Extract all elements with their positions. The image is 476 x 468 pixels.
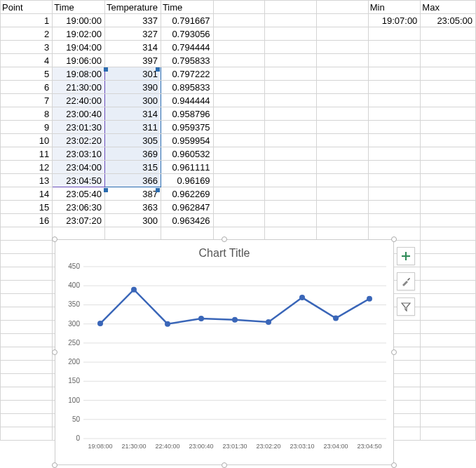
cell-empty[interactable] [368, 67, 421, 81]
cell-time2[interactable]: 0.961111 [161, 161, 213, 174]
cell-empty[interactable] [265, 187, 317, 201]
cell-empty[interactable] [265, 161, 317, 174]
cell-empty[interactable] [1, 414, 53, 427]
cell-empty[interactable] [213, 94, 265, 107]
chart-resize-handle[interactable] [391, 349, 397, 355]
cell-empty[interactable] [1, 254, 53, 267]
cell-time2[interactable]: 0.959375 [161, 121, 213, 134]
cell-empty[interactable] [317, 67, 369, 81]
cell-empty[interactable] [317, 161, 369, 174]
cell-empty[interactable] [1, 334, 53, 347]
cell-empty[interactable] [265, 201, 317, 214]
cell-empty[interactable] [265, 27, 317, 41]
cell-empty[interactable] [421, 214, 476, 227]
cell-time2[interactable]: 0.963426 [161, 214, 213, 227]
cell-temperature[interactable]: 315 [104, 161, 161, 174]
cell-empty[interactable] [1, 294, 53, 307]
cell-empty[interactable] [213, 147, 265, 161]
cell-temperature[interactable]: 327 [104, 27, 161, 41]
cell-time[interactable]: 22:40:00 [53, 94, 105, 107]
cell-max-value[interactable]: 23:05:00 [421, 14, 476, 27]
cell-temperature[interactable]: 337 [104, 14, 161, 27]
cell-empty[interactable] [1, 281, 53, 294]
chart-resize-handle[interactable] [52, 462, 57, 468]
cell-empty[interactable] [421, 161, 476, 174]
cell-time2[interactable]: 0.960532 [161, 147, 213, 161]
cell-empty[interactable] [421, 187, 476, 201]
cell-empty[interactable] [368, 94, 421, 107]
cell-time[interactable]: 23:04:50 [53, 174, 105, 187]
cell-time[interactable]: 23:03:10 [53, 147, 105, 161]
cell-empty[interactable] [213, 27, 265, 41]
cell-temperature[interactable]: 390 [104, 81, 161, 94]
cell-empty[interactable] [421, 241, 476, 254]
cell-time[interactable]: 23:01:30 [53, 121, 105, 134]
cell-empty[interactable] [317, 214, 369, 227]
cell-empty[interactable] [265, 41, 317, 54]
cell-time[interactable]: 23:00:40 [53, 107, 105, 121]
cell-empty[interactable] [213, 187, 265, 201]
cell-empty[interactable] [368, 134, 421, 147]
cell-time[interactable]: 19:04:00 [53, 41, 105, 54]
cell-empty[interactable] [421, 27, 476, 41]
cell-time[interactable]: 23:06:30 [53, 201, 105, 214]
cell-time2[interactable]: 0.793056 [161, 27, 213, 41]
cell-empty[interactable] [265, 121, 317, 134]
cell-temperature[interactable]: 300 [104, 214, 161, 227]
cell-time[interactable]: 19:08:00 [53, 67, 105, 81]
cell-point[interactable]: 7 [1, 94, 53, 107]
selection-handle[interactable] [104, 67, 108, 72]
chart-resize-handle[interactable] [391, 236, 397, 242]
cell-empty[interactable] [421, 254, 476, 267]
cell-temperature[interactable]: 305 [104, 134, 161, 147]
cell-temperature[interactable]: 397 [104, 54, 161, 67]
chart-plot-area[interactable]: 05010015020025030035040045019:08:0021:30… [55, 260, 395, 460]
cell-empty[interactable] [213, 107, 265, 121]
cell-point[interactable]: 14 [1, 187, 53, 201]
cell-time2[interactable]: 0.791667 [161, 14, 213, 27]
cell-point[interactable]: 13 [1, 174, 53, 187]
cell-empty[interactable] [368, 121, 421, 134]
cell-empty[interactable] [421, 107, 476, 121]
cell-empty[interactable] [421, 347, 476, 361]
cell-empty[interactable] [368, 214, 421, 227]
cell-time[interactable]: 23:05:40 [53, 187, 105, 201]
cell-empty[interactable] [213, 201, 265, 214]
cell-empty[interactable] [213, 81, 265, 94]
cell-empty[interactable] [421, 41, 476, 54]
cell-empty[interactable] [213, 174, 265, 187]
cell-empty[interactable] [104, 227, 161, 241]
cell-point[interactable]: 5 [1, 67, 53, 81]
cell-time2[interactable]: 0.795833 [161, 54, 213, 67]
cell-empty[interactable] [1, 267, 53, 281]
cell-empty[interactable] [368, 27, 421, 41]
cell-empty[interactable] [265, 174, 317, 187]
cell-point[interactable]: 11 [1, 147, 53, 161]
embedded-chart[interactable]: Chart Title 0501001502002503003504004501… [55, 239, 394, 465]
cell-point[interactable]: 8 [1, 107, 53, 121]
cell-empty[interactable] [213, 121, 265, 134]
cell-empty[interactable] [421, 134, 476, 147]
cell-time2[interactable]: 0.895833 [161, 81, 213, 94]
cell-time[interactable]: 23:07:20 [53, 214, 105, 227]
cell-time2[interactable]: 0.962269 [161, 187, 213, 201]
cell-temperature[interactable]: 301 [104, 67, 161, 81]
cell-empty[interactable] [1, 321, 53, 334]
cell-empty[interactable] [317, 1, 369, 14]
chart-resize-handle[interactable] [222, 236, 227, 242]
cell-empty[interactable] [368, 201, 421, 214]
cell-temperature[interactable]: 314 [104, 107, 161, 121]
cell-empty[interactable] [317, 147, 369, 161]
cell-min-value[interactable]: 19:07:00 [368, 14, 421, 27]
cell-empty[interactable] [421, 374, 476, 387]
cell-empty[interactable] [421, 361, 476, 374]
cell-empty[interactable] [368, 81, 421, 94]
cell-point[interactable]: 6 [1, 81, 53, 94]
cell-empty[interactable] [368, 187, 421, 201]
cell-empty[interactable] [265, 147, 317, 161]
cell-point[interactable]: 9 [1, 121, 53, 134]
cell-empty[interactable] [265, 107, 317, 121]
chart-resize-handle[interactable] [222, 462, 227, 468]
cell-empty[interactable] [53, 227, 105, 241]
cell-temperature[interactable]: 300 [104, 94, 161, 107]
